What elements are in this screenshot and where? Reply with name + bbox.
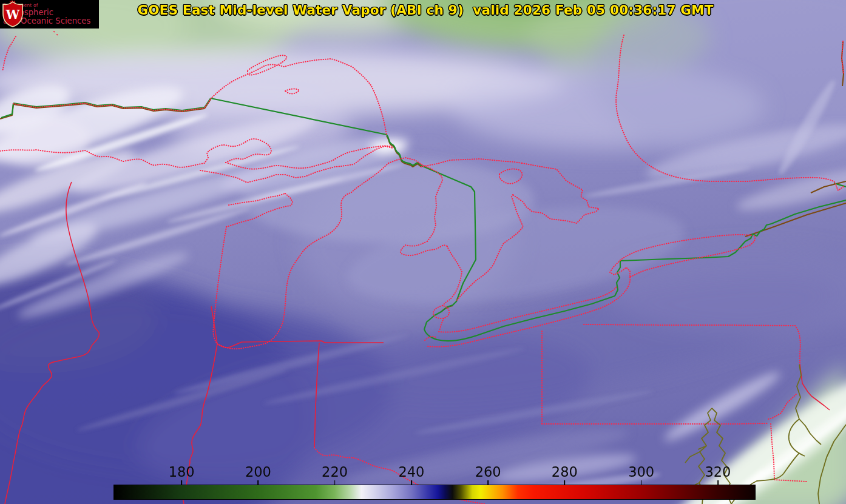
crest-letter: W [5,7,20,22]
colorbar-tick-label: 260 [475,464,501,480]
colorbar-tick-label: 320 [705,464,731,480]
colorbar-tick-mark [717,480,719,485]
uw-aos-logo: W Department of Atmospheric and Oceanic … [0,0,99,29]
uw-crest-icon: W [2,0,23,27]
colorbar-tick-label: 300 [628,464,654,480]
colorbar-tick-mark [181,480,182,485]
colorbar-gradient [113,485,756,500]
colorbar-tick-label: 240 [398,464,424,480]
colorbar-tick-mark [334,480,336,485]
colorbar-labels: 180200220240260280300320 [113,464,756,480]
colorbar-tick-label: 220 [322,464,348,480]
colorbar-tick-mark [411,480,412,485]
goes-satellite-viewport: W Department of Atmospheric and Oceanic … [0,0,846,504]
water-vapor-image [0,0,846,504]
colorbar-tick-mark [258,480,259,485]
colorbar-ticks [113,480,756,485]
colorbar-tick-label: 200 [245,464,271,480]
colorbar-tick-label: 180 [169,464,195,480]
colorbar-tick-mark [564,480,566,485]
image-title: GOES East Mid-level Water Vapor (ABI ch … [137,2,713,18]
colorbar-tick-mark [487,480,489,485]
colorbar-tick-label: 280 [552,464,578,480]
colorbar-tick-mark [641,480,642,485]
